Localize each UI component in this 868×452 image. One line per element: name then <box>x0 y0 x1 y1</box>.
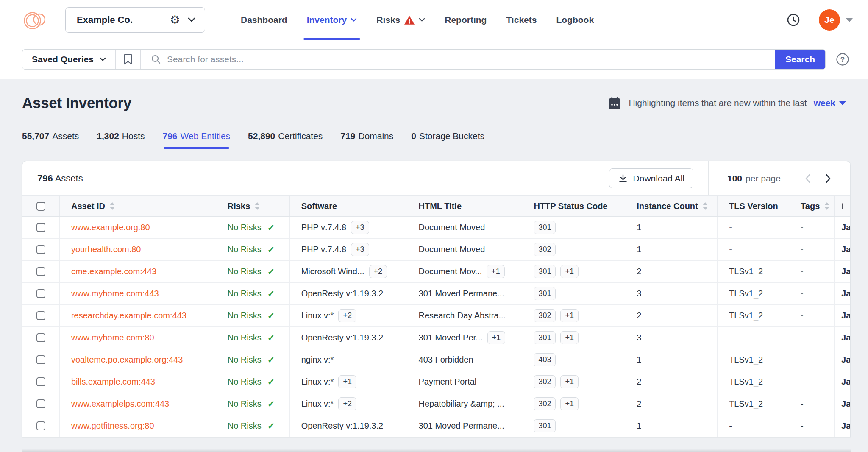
row-checkbox[interactable] <box>36 311 45 320</box>
status-code-badge[interactable]: 301 <box>534 419 556 432</box>
html-title-cell: Document Moved <box>407 217 523 238</box>
clock-history-icon[interactable] <box>787 13 800 27</box>
asset-id-cell: researchday.example.com:443 <box>60 305 216 326</box>
per-page[interactable]: 100per page <box>727 173 781 184</box>
nav-item-risks[interactable]: Risks <box>376 0 425 40</box>
date-clipped-value: Ja <box>841 377 850 387</box>
prev-page-icon[interactable] <box>804 173 811 184</box>
status-overflow-badge[interactable]: +1 <box>560 309 579 322</box>
column-header-risks[interactable]: Risks <box>216 196 290 216</box>
software-overflow-badge[interactable]: +3 <box>351 221 369 234</box>
nav-item-logbook[interactable]: Logbook <box>556 0 594 40</box>
sort-icon[interactable] <box>703 202 708 210</box>
asset-id-link[interactable]: www.examplelps.com:443 <box>71 399 169 409</box>
row-checkbox[interactable] <box>36 223 45 232</box>
brand-logo-icon[interactable] <box>22 8 47 32</box>
gear-icon[interactable]: ⚙ <box>170 14 180 26</box>
title-overflow-badge[interactable]: +1 <box>487 331 506 344</box>
column-header-software[interactable]: Software <box>290 196 407 216</box>
sort-icon[interactable] <box>824 202 829 210</box>
asset-id-link[interactable]: www.myhome.com:443 <box>71 289 159 299</box>
column-header-asset-id[interactable]: Asset ID <box>60 196 216 216</box>
software-overflow-badge[interactable]: +1 <box>338 375 356 388</box>
nav-item-tickets[interactable]: Tickets <box>506 0 537 40</box>
asset-id-link[interactable]: cme.example.com:443 <box>71 267 156 276</box>
asset-id-link[interactable]: researchday.example.com:443 <box>71 311 186 321</box>
status-code-badge[interactable]: 301 <box>534 331 556 344</box>
column-header-html-title[interactable]: HTML Title <box>407 196 523 216</box>
asset-id-link[interactable]: voalteme.po.example.org:443 <box>71 355 183 365</box>
search-input[interactable] <box>167 54 765 64</box>
user-avatar[interactable]: Je <box>819 9 840 31</box>
asset-id-link[interactable]: yourhealth.com:80 <box>71 245 141 254</box>
add-column-button[interactable]: + <box>839 201 846 212</box>
next-page-icon[interactable] <box>825 173 832 184</box>
asset-id-link[interactable]: www.myhome.com:80 <box>71 333 154 343</box>
nav-label: Dashboard <box>241 15 287 25</box>
status-code-badge[interactable]: 301 <box>534 221 556 234</box>
software-cell: Microsoft Wind...+2 <box>290 261 407 282</box>
title-overflow-badge[interactable]: +1 <box>487 265 505 278</box>
status-overflow-badge[interactable]: +1 <box>560 397 579 410</box>
chevron-down-icon <box>419 18 425 22</box>
search-button[interactable]: Search <box>775 50 825 69</box>
sort-icon[interactable] <box>255 202 260 210</box>
software-overflow-badge[interactable]: +2 <box>369 265 387 278</box>
column-header-tls-version[interactable]: TLS Version <box>718 196 789 216</box>
sort-icon[interactable] <box>110 202 115 210</box>
tab-certificates[interactable]: 52,890Certificates <box>248 131 323 149</box>
row-checkbox-cell <box>22 283 60 304</box>
nav-item-dashboard[interactable]: Dashboard <box>241 0 287 40</box>
bookmark-button[interactable] <box>116 50 140 69</box>
row-checkbox[interactable] <box>36 245 45 254</box>
asset-id-link[interactable]: www.example.org:80 <box>71 223 150 232</box>
software-value: Linux v:* <box>301 399 334 409</box>
tab-storage-buckets[interactable]: 0Storage Buckets <box>411 131 484 149</box>
status-overflow-badge[interactable]: +1 <box>560 375 579 388</box>
nav-item-inventory[interactable]: Inventory <box>307 0 357 40</box>
status-overflow-badge[interactable]: +1 <box>560 331 579 344</box>
column-header-tags[interactable]: Tags <box>789 196 835 216</box>
status-overflow-badge[interactable]: +1 <box>560 265 579 278</box>
row-checkbox[interactable] <box>36 333 45 342</box>
row-checkbox[interactable] <box>36 377 45 386</box>
status-code-badge[interactable]: 302 <box>534 309 556 322</box>
row-checkbox[interactable] <box>36 421 45 430</box>
software-overflow-badge[interactable]: +3 <box>351 243 369 256</box>
help-icon[interactable]: ? <box>836 53 849 66</box>
tab-web-entities[interactable]: 796Web Entities <box>163 131 231 149</box>
status-code-badge[interactable]: 302 <box>534 397 556 410</box>
row-checkbox-cell <box>22 305 60 326</box>
html-title-cell: Research Day Abstra... <box>407 305 523 326</box>
row-checkbox[interactable] <box>36 399 45 408</box>
column-header-instance-count[interactable]: Instance Count <box>625 196 718 216</box>
risks-cell: No Risks✓ <box>216 349 290 371</box>
software-value: Linux v:* <box>301 311 334 321</box>
tab-assets[interactable]: 55,707Assets <box>22 131 79 149</box>
tab-domains[interactable]: 719Domains <box>340 131 393 149</box>
software-overflow-badge[interactable]: +2 <box>338 309 356 322</box>
asset-id-link[interactable]: www.gotfitness.org:80 <box>71 421 154 431</box>
select-all-checkbox[interactable] <box>36 202 45 211</box>
instance-count-value: 1 <box>637 421 641 431</box>
asset-id-cell: www.myhome.com:443 <box>60 283 216 304</box>
row-checkbox[interactable] <box>36 267 45 276</box>
column-header-http-status-code[interactable]: HTTP Status Code <box>522 196 625 216</box>
status-code-badge[interactable]: 302 <box>534 243 556 256</box>
user-menu-chevron-icon[interactable] <box>846 18 853 22</box>
download-all-button[interactable]: Download All <box>609 168 693 188</box>
html-title-value: 301 Moved Permane... <box>419 421 504 431</box>
status-code-badge[interactable]: 301 <box>534 287 556 300</box>
tab-hosts[interactable]: 1,302Hosts <box>97 131 145 149</box>
row-checkbox[interactable] <box>36 355 45 364</box>
software-overflow-badge[interactable]: +2 <box>338 397 356 410</box>
status-code-badge[interactable]: 302 <box>534 375 556 388</box>
status-code-badge[interactable]: 301 <box>534 265 556 278</box>
org-selector[interactable]: Example Co. ⚙ <box>65 7 205 33</box>
saved-queries-dropdown[interactable]: Saved Queries <box>22 50 115 69</box>
highlight-period-dropdown[interactable]: week <box>814 98 846 108</box>
asset-id-link[interactable]: bills.example.com:443 <box>71 377 155 387</box>
nav-item-reporting[interactable]: Reporting <box>445 0 487 40</box>
row-checkbox[interactable] <box>36 289 45 298</box>
status-code-badge[interactable]: 403 <box>534 353 556 366</box>
